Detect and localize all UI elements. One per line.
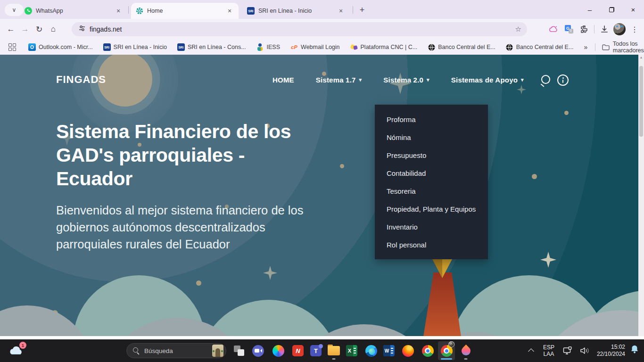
browser-menu-icon[interactable]: ⋮ [628,23,641,36]
profile-avatar[interactable] [613,23,626,36]
scrollbar-thumb[interactable] [639,66,643,137]
menu-item-presupuesto[interactable]: Presupuesto [375,146,488,164]
bookmark-webmail[interactable]: cP Webmail Login [290,43,339,51]
taskbar-icon-word[interactable] [380,341,397,360]
menu-item-proforma[interactable]: Proforma [375,110,488,128]
running-indicator [464,358,468,360]
taskbar-icon-copilot[interactable] [270,341,287,360]
edge-icon [365,345,377,357]
nav-home[interactable]: HOME [272,76,294,84]
bookmark-label: IESS [267,44,281,50]
info-icon[interactable] [557,74,569,86]
bookmarks-overflow-icon[interactable]: » [584,43,587,51]
reload-button[interactable]: ↻ [32,22,46,36]
sri-icon: SRi [103,43,111,51]
url-text[interactable]: fingads.net [90,25,122,33]
nav-sistemas-apoyo[interactable]: Sistemas de Apoyo▾ [451,76,524,84]
weather-widget[interactable]: 1 [7,344,25,358]
dot-decoration [340,164,344,168]
home-button[interactable]: ⌂ [46,22,60,36]
bookmarks-separator [595,43,595,51]
bookmark-banco-central-1[interactable]: Banco Central del E... [428,43,495,51]
back-button[interactable]: ← [4,22,18,36]
page-bottom-strip [0,336,644,339]
bookmark-iess[interactable]: IESS [256,43,281,51]
chevron-down-icon: ▾ [521,77,524,83]
apps-grid-icon[interactable] [8,43,16,51]
tab-sri[interactable]: SRi SRI en Línea - Inicio × [242,3,350,19]
taskbar-icon-pdf[interactable]: N [289,341,306,360]
menu-item-rol-personal[interactable]: Rol personal [375,236,488,254]
forward-button[interactable]: → [18,22,32,36]
taskbar-icon-teams[interactable]: T [307,341,324,360]
taskbar-icon-excel[interactable] [343,341,360,360]
page-subtitle: Bienvenidos al mejor sistema financiero … [56,202,322,253]
notification-bell-icon[interactable] [630,345,639,357]
tab-label: SRI en Línea - Inicio [258,8,334,14]
scroll-up-icon[interactable]: ▲ [638,56,644,59]
tab-strip: ∨ WhatsApp × Home × SRi SRI en Línea - I… [0,0,644,19]
tab-close-icon[interactable]: × [225,7,234,15]
folder-icon [602,43,610,51]
copilot-icon [272,345,284,357]
search-highlight-image[interactable] [212,345,223,357]
bookmark-sri-consultas[interactable]: SRi SRI en Línea - Cons... [177,43,246,51]
downloads-icon[interactable] [598,23,611,36]
nav-sistema-17[interactable]: Sistema 1.7▾ [316,76,362,84]
taskbar-search[interactable]: Búsqueda [126,343,226,358]
outlook-icon: O [28,43,36,51]
weather-extension-icon[interactable] [547,23,561,36]
clock[interactable]: 15:02 22/10/2024 [597,344,625,358]
all-bookmarks-button[interactable]: Todos los marcadores [602,41,644,54]
tab-close-icon[interactable]: × [114,7,123,15]
browser-toolbar: ← → ↻ ⌂ fingads.net ☆ G 文 [0,19,644,40]
menu-item-contabilidad[interactable]: Contabilidad [375,164,488,182]
taskbar-icon-firefox[interactable] [399,341,416,360]
bookmark-banco-central-2[interactable]: Banco Central del E... [506,43,574,51]
volume-icon[interactable] [580,347,590,354]
bookmark-sri-inicio[interactable]: SRi SRI en Línea - Inicio [103,43,167,51]
toolbar-extensions: G 文 ⋮ [547,19,644,40]
language-indicator[interactable]: ESP LAA [543,344,554,357]
menu-item-propiedad[interactable]: Propiedad, Planta y Equipos [375,200,488,218]
minimize-button[interactable]: – [579,0,601,19]
bookmark-outlook[interactable]: O Outlook.com - Micr... [28,43,93,51]
taskbar-icon-chrome[interactable] [419,341,436,360]
site-settings-icon[interactable] [78,25,86,34]
site-logo[interactable]: FINGADS [56,74,106,86]
tab-close-icon[interactable]: × [337,7,345,15]
tab-home[interactable]: Home × [131,3,239,19]
page-scrollbar[interactable]: ▲ [638,55,644,336]
excel-icon [346,345,357,356]
nav-sistema-20[interactable]: Sistema 2.0▾ [383,76,429,84]
task-view-button[interactable] [233,345,245,357]
extensions-puzzle-icon[interactable] [578,23,591,36]
search-icon[interactable] [539,74,551,87]
taskbar-icon-paint-drop[interactable] [457,341,474,360]
network-icon[interactable] [563,346,573,355]
restore-button[interactable] [601,0,622,19]
tray-chevron-up-icon[interactable] [529,348,534,353]
star-decoration [517,85,526,94]
menu-item-inventario[interactable]: Inventario [375,218,488,236]
tab-separator [353,6,353,14]
nav-label: Sistema 1.7 [316,76,356,84]
taskbar-icon-explorer[interactable] [325,341,342,360]
fingads-gear-icon [136,7,143,15]
bookmark-star-icon[interactable]: ☆ [515,25,521,33]
tab-whatsapp[interactable]: WhatsApp × [20,3,127,19]
bookmark-cnc[interactable]: Plataforma CNC | C... [350,43,418,51]
address-bar[interactable]: fingads.net ☆ [72,22,527,36]
menu-item-nomina[interactable]: Nómina [375,128,488,146]
taskbar-icon-chat[interactable] [249,341,266,360]
new-tab-button[interactable]: + [356,4,368,16]
close-button[interactable]: × [622,0,644,19]
start-button[interactable] [107,345,119,357]
taskbar-icon-chrome-active[interactable] [438,341,455,360]
taskbar-icon-edge[interactable] [363,341,380,360]
menu-item-tesoreria[interactable]: Tesoreria [375,182,488,200]
translate-extension-icon[interactable]: G 文 [562,23,576,36]
cnc-icon [350,43,358,51]
globe-icon [428,43,435,51]
folder-icon [328,346,340,355]
